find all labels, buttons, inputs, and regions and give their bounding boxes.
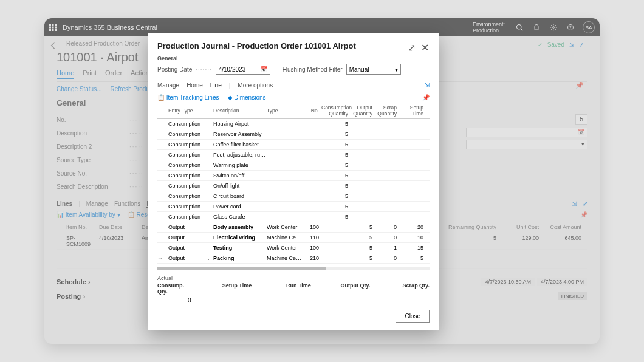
journal-header-row: Entry Type Description Type No. Consumpt… (157, 104, 430, 119)
mtab-more[interactable]: More options (238, 82, 273, 89)
journal-row[interactable]: ConsumptionCoffee filter basket5 (157, 140, 430, 150)
chevron-down-icon: ▾ (395, 66, 398, 73)
mtab-home[interactable]: Home (187, 82, 203, 89)
modal-expand-icon[interactable]: ⤢ (408, 42, 416, 50)
journal-row[interactable]: ConsumptionGlass Carafe5 (157, 212, 430, 222)
journal-row[interactable]: OutputBody assemblyWork Center1005020 (157, 222, 430, 233)
actual-run: Run Time (276, 282, 311, 295)
production-journal-modal: Production Journal - Production Order 10… (148, 33, 439, 330)
modal-general-label: General (157, 55, 430, 61)
journal-row[interactable]: OutputTestingWork Center1005115 (157, 243, 430, 253)
journal-row[interactable]: ConsumptionFoot, adjustable, rubber5 (157, 150, 430, 160)
actual-setup: Setup Time (217, 282, 252, 295)
actual-out: Output Qty. (335, 282, 371, 295)
journal-row[interactable]: ConsumptionReservoir Assembly5 (157, 129, 430, 140)
journal-row[interactable]: →Output⋮PackingMachine Center210505 (157, 253, 430, 264)
flushing-select[interactable]: Manual▾ (346, 64, 401, 75)
dimensions-action[interactable]: ◆ Dimensions (228, 94, 266, 101)
item-tracking-action[interactable]: 📋 Item Tracking Lines (157, 94, 219, 101)
journal-row[interactable]: ConsumptionSwitch on/off5 (157, 171, 430, 181)
journal-row[interactable]: ConsumptionWarming plate5 (157, 160, 430, 171)
modal-share-icon[interactable]: ⇲ (425, 82, 430, 89)
modal-close-icon[interactable]: ✕ (421, 42, 430, 50)
calendar-icon[interactable]: 📅 (261, 66, 267, 72)
journal-row[interactable]: ConsumptionCircuit board5 (157, 191, 430, 202)
modal-pin-icon[interactable]: 📌 (422, 94, 430, 101)
close-button[interactable]: Close (396, 310, 430, 323)
actual-value: 0 (157, 297, 430, 304)
journal-row[interactable]: ConsumptionOn/off light5 (157, 181, 430, 191)
modal-title: Production Journal - Production Order 10… (157, 41, 403, 50)
actual-cons: Consump. Qty. (157, 282, 193, 295)
mtab-manage[interactable]: Manage (157, 82, 179, 89)
journal-row[interactable]: OutputElectrical wiringMachine Center110… (157, 233, 430, 243)
flushing-label: Flushing Method Filter (283, 66, 343, 73)
actual-scrap: Scrap Qty. (394, 282, 430, 295)
journal-row[interactable]: ConsumptionPower cord5 (157, 202, 430, 212)
actual-label: Actual (157, 275, 430, 281)
posting-date-label: Posting Date (157, 66, 192, 73)
mtab-line[interactable]: Line (210, 82, 222, 89)
horizontal-scrollbar[interactable] (157, 267, 430, 270)
journal-row[interactable]: ConsumptionHousing Airpot5 (157, 119, 430, 129)
posting-date-input[interactable]: 4/10/2023📅 (216, 64, 270, 75)
